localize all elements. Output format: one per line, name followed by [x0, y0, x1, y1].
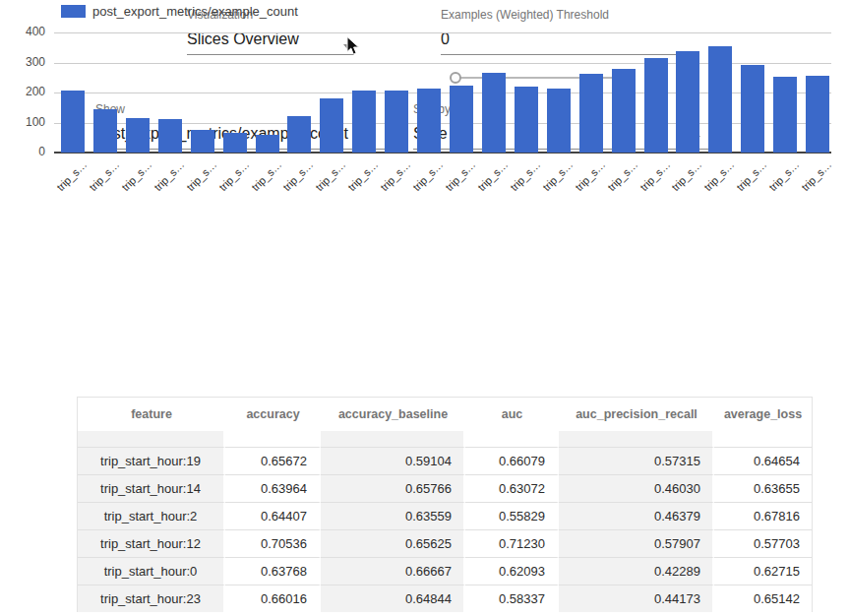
- table-row[interactable]: trip_start_hour:190.656720.591040.660790…: [78, 447, 812, 474]
- table-cell: 0.64407: [225, 502, 321, 529]
- table-cell: 0.65625: [321, 529, 465, 557]
- table-cell: 0.66667: [321, 557, 465, 585]
- column-header[interactable]: auc: [465, 398, 559, 431]
- table-cell: 0.46030: [559, 474, 714, 502]
- column-header[interactable]: auc_precision_recall: [559, 398, 714, 431]
- table-cell: trip_start_hour:23: [78, 585, 225, 612]
- filter-cell: [465, 431, 559, 447]
- bar[interactable]: [256, 135, 279, 153]
- table-cell: 0.65672: [225, 447, 321, 474]
- bar[interactable]: [126, 118, 150, 153]
- column-header[interactable]: accuracy: [225, 398, 321, 431]
- example-count-bar-chart: post_export_metrics/example_count 010020…: [0, 0, 849, 207]
- table-cell: 0.70536: [225, 529, 321, 557]
- bar[interactable]: [191, 130, 214, 153]
- table-cell: 0.63655: [714, 474, 812, 502]
- bar[interactable]: [482, 73, 506, 153]
- slicing-metrics-browser: Visualization Slices Overview Examples (…: [0, 0, 849, 616]
- bar[interactable]: [612, 69, 636, 153]
- table-header-row: featureaccuracyaccuracy_baselineaucauc_p…: [78, 398, 812, 431]
- table-cell: 0.55829: [465, 502, 559, 529]
- bar[interactable]: [644, 58, 668, 153]
- bar[interactable]: [806, 76, 829, 153]
- y-tick-label: 300: [6, 55, 45, 69]
- table-cell: 0.42289: [559, 557, 714, 585]
- legend-swatch: [61, 5, 86, 18]
- table-cell: trip_start_hour:0: [78, 557, 225, 585]
- bar[interactable]: [676, 51, 699, 153]
- bar[interactable]: [417, 89, 441, 153]
- bar[interactable]: [352, 91, 376, 153]
- table-cell: 0.65766: [321, 474, 465, 502]
- filter-cell: [321, 431, 465, 447]
- y-tick-label: 200: [6, 85, 45, 98]
- table-cell: 0.58337: [465, 585, 559, 612]
- bar[interactable]: [61, 91, 85, 153]
- bar[interactable]: [773, 77, 797, 153]
- filter-cell: [78, 431, 225, 447]
- table-cell: trip_start_hour:19: [78, 447, 225, 474]
- column-header[interactable]: feature: [78, 398, 225, 431]
- table-cell: 0.44173: [559, 585, 714, 612]
- table-cell: 0.57907: [559, 529, 714, 557]
- filter-cell: [559, 431, 714, 447]
- bar[interactable]: [287, 116, 311, 153]
- filter-cell: [225, 431, 321, 447]
- table-cell: 0.63768: [225, 557, 321, 585]
- table-cell: trip_start_hour:14: [78, 474, 225, 502]
- bar[interactable]: [385, 91, 408, 153]
- bar[interactable]: [579, 74, 603, 153]
- table-cell: 0.65142: [714, 585, 812, 612]
- bar[interactable]: [708, 46, 732, 153]
- table-cell: 0.64844: [321, 585, 465, 612]
- bar[interactable]: [515, 87, 538, 153]
- bar[interactable]: [741, 65, 764, 153]
- table-cell: 0.62715: [714, 557, 812, 585]
- table-cell: 0.67816: [714, 502, 812, 529]
- table-cell: 0.64654: [714, 447, 812, 474]
- filter-row: [78, 431, 812, 447]
- filter-cell: [714, 431, 812, 447]
- table-row[interactable]: trip_start_hour:140.639640.657660.630720…: [78, 474, 812, 502]
- chart-legend: post_export_metrics/example_count: [61, 4, 298, 19]
- y-tick-label: 400: [6, 25, 45, 38]
- metrics-table: featureaccuracyaccuracy_baselineaucauc_p…: [77, 397, 813, 612]
- bar[interactable]: [223, 133, 247, 153]
- table-cell: 0.63072: [465, 474, 559, 502]
- table-cell: 0.63964: [225, 474, 321, 502]
- bar[interactable]: [158, 119, 182, 153]
- mouse-cursor-icon: [346, 36, 360, 56]
- y-tick-label: 0: [6, 145, 45, 158]
- gridline: [54, 32, 831, 33]
- table-row[interactable]: trip_start_hour:20.644070.635590.558290.…: [78, 502, 812, 529]
- table-row[interactable]: trip_start_hour:230.660160.648440.583370…: [78, 585, 812, 612]
- column-header[interactable]: accuracy_baseline: [321, 398, 465, 431]
- table-cell: 0.62093: [465, 557, 559, 585]
- table-cell: trip_start_hour:12: [78, 529, 225, 557]
- table-row[interactable]: trip_start_hour:00.637680.666670.620930.…: [78, 557, 812, 585]
- column-header[interactable]: average_loss: [714, 398, 812, 431]
- y-tick-label: 100: [6, 115, 45, 129]
- bar[interactable]: [320, 98, 343, 153]
- bar[interactable]: [450, 86, 473, 153]
- plot-area: [54, 32, 831, 153]
- table-cell: 0.57703: [714, 529, 812, 557]
- bar[interactable]: [547, 89, 571, 153]
- legend-label: post_export_metrics/example_count: [92, 4, 298, 19]
- table-cell: 0.46379: [559, 502, 714, 529]
- table-cell: 0.59104: [321, 447, 465, 474]
- table-cell: 0.57315: [559, 447, 714, 474]
- table-cell: 0.71230: [465, 529, 559, 557]
- table-row[interactable]: trip_start_hour:120.705360.656250.712300…: [78, 529, 812, 557]
- table-cell: trip_start_hour:2: [78, 502, 225, 529]
- table-cell: 0.63559: [321, 502, 465, 529]
- table-cell: 0.66016: [225, 585, 321, 612]
- bar[interactable]: [93, 109, 117, 153]
- table-cell: 0.66079: [465, 447, 559, 474]
